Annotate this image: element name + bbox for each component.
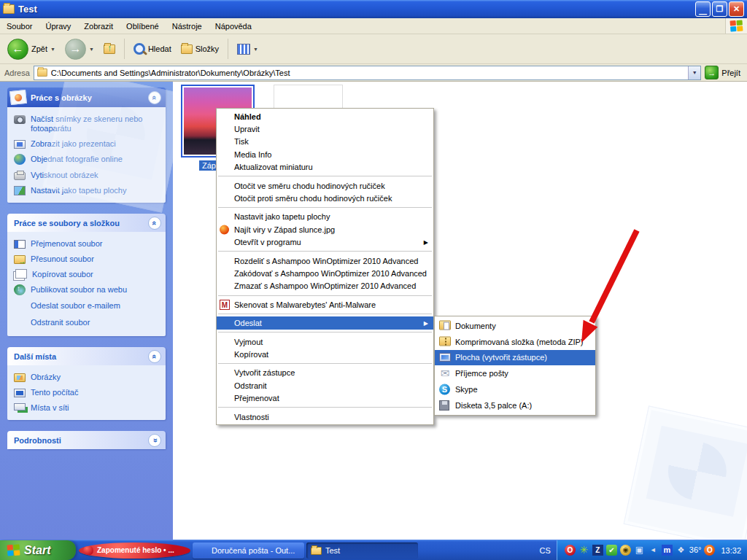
folders-button[interactable]: Složky bbox=[178, 43, 222, 55]
menu-bar-item[interactable]: Zobrazit bbox=[77, 20, 120, 33]
address-combo[interactable]: C:\Documents and Settings\Administrator\… bbox=[34, 66, 701, 80]
go-button[interactable]: → Přejít bbox=[705, 66, 745, 79]
sidebar-task-item[interactable]: Přejmenovat soubor bbox=[14, 238, 161, 249]
sidebar-task-icon bbox=[14, 317, 26, 329]
taskbar-task-button[interactable]: Zapomenuté heslo • ... bbox=[79, 542, 190, 559]
views-dropdown-icon[interactable]: ▼ bbox=[253, 47, 258, 52]
context-menu-item[interactable]: Rozdeliť s Ashampoo WinOptimizer 2010 Ad… bbox=[217, 254, 433, 267]
sidebar-task-icon bbox=[14, 284, 26, 295]
panel-file-tasks-header[interactable]: Práce se soubory a složkou « bbox=[7, 214, 166, 232]
context-menu-item[interactable]: Vytvořit zástupce ▶ bbox=[217, 367, 433, 379]
context-menu-item[interactable]: Skenovat s Malwarebytes' Anti-Malware ▶ bbox=[217, 298, 433, 311]
menu-bar-item[interactable]: Oblíbené bbox=[120, 20, 166, 33]
submenu-item[interactable]: Disketa 3,5 palce (A:) ▶ bbox=[435, 397, 595, 413]
gold-badge-tray-icon[interactable]: ◉ bbox=[620, 545, 631, 556]
sidebar-task-item[interactable]: Nastavit jako tapetu plochy bbox=[14, 185, 161, 195]
sidebar-place-icon bbox=[14, 373, 26, 382]
start-button[interactable]: Start bbox=[0, 540, 76, 560]
collapse-chevron-icon[interactable]: « bbox=[148, 217, 161, 230]
context-menu-item[interactable]: Otočit ve směru chodu hodinových ručiček… bbox=[217, 179, 433, 192]
collapse-chevron-icon[interactable]: « bbox=[148, 350, 161, 363]
forward-button[interactable]: →▼ bbox=[62, 37, 97, 61]
sidebar-task-item[interactable]: Načíst snímky ze skeneru nebo fotoaparát… bbox=[14, 114, 161, 133]
language-indicator[interactable]: CS bbox=[534, 545, 557, 556]
displays-tray-icon[interactable]: ▣ bbox=[634, 545, 645, 556]
sidebar-task-item[interactable]: Kopírovat soubor bbox=[14, 269, 161, 279]
taskbar-task-button[interactable]: Doručená pošta - Out... bbox=[193, 542, 304, 559]
shield-check-tray-icon[interactable]: ✔ bbox=[606, 545, 617, 556]
sidebar-task-item[interactable]: Odeslat soubor e-mailem bbox=[14, 300, 161, 312]
submenu-item[interactable]: Skype ▶ bbox=[435, 381, 595, 397]
submenu-item[interactable]: Komprimovaná složka (metoda ZIP) ▶ bbox=[435, 334, 595, 350]
context-menu-item[interactable]: Nastavit jako tapetu plochy ▶ bbox=[217, 211, 433, 223]
taskbar-task-button[interactable]: Test bbox=[306, 542, 418, 559]
context-menu-item[interactable]: Zmazať s Ashampoo WinOptimizer 2010 Adva… bbox=[217, 280, 433, 292]
forward-dropdown-icon[interactable]: ▼ bbox=[89, 47, 94, 52]
context-menu-item[interactable]: Odeslat ▶ bbox=[217, 316, 433, 329]
sidebar-task-item[interactable]: Objednat fotografie online bbox=[14, 154, 161, 165]
address-dropdown-button[interactable]: ▼ bbox=[688, 66, 700, 79]
malwarebytes-tray-icon[interactable]: m bbox=[662, 545, 673, 556]
zonealarm-tray-icon[interactable]: Z bbox=[592, 545, 603, 556]
back-button[interactable]: ←Zpět▼ bbox=[4, 37, 58, 61]
sidebar-task-item[interactable]: Vytisknout obrázek bbox=[14, 170, 161, 180]
close-button[interactable]: ✕ bbox=[729, 1, 744, 17]
context-menu-item[interactable]: Vlastnosti ▶ bbox=[217, 411, 433, 423]
panel-picture-tasks-header[interactable]: Práce s obrázky « bbox=[7, 88, 166, 107]
sidebar-place-item[interactable]: Tento počítač bbox=[14, 387, 161, 397]
restore-button[interactable]: ❐ bbox=[712, 1, 727, 17]
panel-details-header[interactable]: Podrobnosti « bbox=[7, 431, 166, 449]
volume-tray-icon[interactable]: ◄ bbox=[648, 545, 659, 556]
context-menu-item[interactable]: Otočit proti směru chodu hodinových ruči… bbox=[217, 192, 433, 204]
submenu-item[interactable]: Dokumenty ▶ bbox=[435, 318, 595, 334]
context-menu-item[interactable]: Přejmenovat ▶ bbox=[217, 392, 433, 404]
orange-ring-tray-icon[interactable]: O bbox=[704, 545, 715, 556]
context-menu-item[interactable]: Media Info ▶ bbox=[217, 148, 433, 160]
submenu-item[interactable]: Příjemce pošty ▶ bbox=[435, 365, 595, 381]
sidebar-place-item[interactable]: Místa v síti bbox=[14, 402, 161, 413]
sidebar-task-item[interactable]: Zobrazit jako prezentaci bbox=[14, 139, 161, 149]
context-menu-item[interactable]: Kopírovat ▶ bbox=[217, 348, 433, 360]
menu-bar-item[interactable]: Nápověda bbox=[209, 20, 258, 33]
context-menu-item[interactable]: Otevřít v programu ▶ bbox=[217, 236, 433, 249]
context-menu-item[interactable]: Zakódovať s Ashampoo WinOptimizer 2010 A… bbox=[217, 267, 433, 279]
sidebar-place-item[interactable]: Obrázky bbox=[14, 372, 161, 382]
task-icon bbox=[311, 547, 322, 555]
submenu-item[interactable]: Plocha (vytvořit zástupce) ▶ bbox=[435, 350, 595, 366]
context-menu-item[interactable]: Náhled ▶ bbox=[217, 110, 433, 122]
search-button[interactable]: Hledat bbox=[131, 42, 174, 56]
panel-title: Podrobnosti bbox=[14, 436, 61, 445]
context-menu-item[interactable]: Vyjmout ▶ bbox=[217, 335, 433, 348]
context-menu-item[interactable]: Upravit ▶ bbox=[217, 122, 433, 135]
sidebar-task-icon bbox=[14, 140, 26, 149]
submenu-item-icon bbox=[439, 384, 450, 395]
temperature-readout[interactable]: 36° bbox=[689, 545, 702, 556]
sidebar-task-icon bbox=[14, 240, 26, 249]
back-dropdown-icon[interactable]: ▼ bbox=[50, 47, 55, 52]
panel-other-places-header[interactable]: Další místa « bbox=[7, 347, 166, 365]
collapse-chevron-icon[interactable]: « bbox=[148, 91, 161, 104]
pinwheel-tray-icon[interactable]: ✳ bbox=[578, 545, 589, 556]
back-arrow-icon: ← bbox=[7, 39, 28, 60]
task-icon bbox=[83, 545, 93, 556]
sidebar-task-item[interactable]: Publikovat soubor na webu bbox=[14, 284, 161, 295]
context-menu-item[interactable]: Aktualizovat miniaturu ▶ bbox=[217, 161, 433, 174]
sidebar-task-icon bbox=[14, 172, 26, 180]
folders-label: Složky bbox=[196, 44, 219, 53]
menu-separator bbox=[218, 176, 432, 176]
up-button[interactable] bbox=[101, 43, 118, 55]
menu-bar-item[interactable]: Nástroje bbox=[166, 20, 209, 33]
context-menu-item[interactable]: Odstranit ▶ bbox=[217, 379, 433, 392]
opera-tray-icon[interactable]: O bbox=[565, 545, 576, 556]
eraser-tray-icon[interactable]: ❖ bbox=[676, 545, 686, 556]
context-menu-item[interactable]: Tisk ▶ bbox=[217, 136, 433, 148]
minimize-button[interactable]: — bbox=[695, 1, 711, 17]
menu-bar-item[interactable]: Soubor bbox=[0, 20, 39, 33]
sidebar-task-item[interactable]: Přesunout soubor bbox=[14, 254, 161, 264]
sidebar-task-item[interactable]: Odstranit soubor bbox=[14, 317, 161, 329]
expand-chevron-icon[interactable]: « bbox=[148, 434, 161, 447]
send-to-submenu: Dokumenty ▶ Komprimovaná složka (metoda … bbox=[434, 316, 596, 416]
context-menu-item[interactable]: Najít viry v Západ slunce.jpg ▶ bbox=[217, 223, 433, 236]
menu-bar-item[interactable]: Úpravy bbox=[39, 20, 77, 33]
views-button[interactable]: ▼ bbox=[234, 42, 261, 56]
